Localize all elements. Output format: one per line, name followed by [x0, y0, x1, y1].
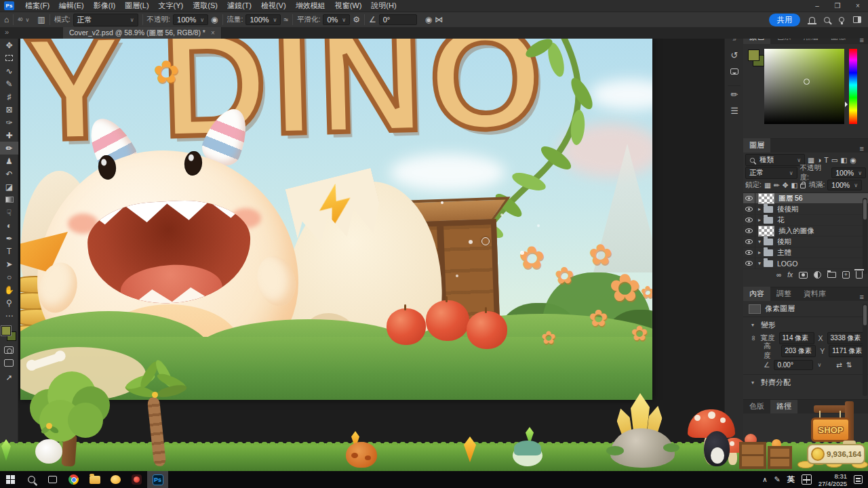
visibility-toggle[interactable] [743, 215, 755, 226]
eyedropper-tool[interactable]: ✑ [0, 116, 18, 129]
height-input[interactable]: 203 像素 [781, 345, 816, 357]
shape-tool[interactable]: ○ [0, 270, 18, 283]
scrollbar-thumb[interactable] [863, 199, 867, 220]
layer-filter-kind[interactable]: 種類 ∨ [745, 154, 805, 166]
overlay-crates[interactable] [739, 436, 793, 470]
tab-close-icon[interactable]: × [211, 29, 215, 37]
airbrush-toggle-icon[interactable]: ◉ [425, 15, 432, 24]
expand-icon[interactable]: ▸ [755, 206, 764, 212]
zoom-tool[interactable]: ⚲ [0, 296, 18, 309]
taskbar-photoshop[interactable]: Ps [147, 471, 168, 488]
lock-position-icon[interactable]: ✥ [783, 181, 789, 189]
menu-window[interactable]: 視窗(W) [330, 0, 367, 12]
new-group-icon[interactable] [827, 272, 836, 278]
airbrush-icon[interactable]: ≈ [283, 15, 288, 24]
more-tools[interactable]: ⋯ [0, 309, 18, 322]
panel-color-swatches[interactable] [748, 49, 766, 67]
hue-slider[interactable] [849, 49, 857, 124]
brush-panel-toggle-icon[interactable]: ▥ [33, 15, 49, 24]
lock-artboard-icon[interactable]: ◧ [791, 181, 797, 189]
visibility-toggle[interactable] [743, 193, 755, 204]
restore-button[interactable]: ❐ [827, 0, 848, 12]
layer-row[interactable]: 圖層 56 [743, 193, 868, 204]
comments-panel-icon[interactable] [725, 63, 744, 79]
taskbar-search-button[interactable] [21, 471, 42, 488]
expand-icon[interactable]: ▾ [755, 239, 764, 245]
document-tab[interactable]: Cover_v2.psd @ 58.9% (圖層 56, RGB/8) * × [63, 27, 222, 39]
hand-tool[interactable]: ✋ [0, 283, 18, 296]
overlay-palm-tree[interactable] [123, 371, 188, 468]
visibility-toggle[interactable] [743, 226, 755, 237]
quick-selection-tool[interactable]: ✎ [0, 77, 18, 90]
crop-tool[interactable]: ♯ [0, 90, 18, 103]
menu-type[interactable]: 文字(Y) [154, 0, 189, 12]
smoothing-gear-icon[interactable]: ⚙ [353, 15, 360, 24]
layer-fill-select[interactable]: 100%∨ [827, 180, 862, 190]
move-tool[interactable]: ✥ [0, 39, 18, 52]
layer-name[interactable]: 主體 [777, 248, 791, 258]
coin-counter[interactable]: 9,936,164 [807, 444, 865, 464]
overlay-pet-teal[interactable] [513, 441, 542, 466]
hue-slider-arrow[interactable] [845, 102, 850, 107]
layer-group-row[interactable]: ▸ 花 [743, 215, 868, 226]
type-tool[interactable]: T [0, 245, 18, 258]
layer-blend-mode-select[interactable]: 正常∨ [745, 167, 797, 179]
section-expand-icon[interactable]: ▾ [749, 380, 757, 386]
marquee-tool[interactable] [0, 52, 18, 64]
flow-select[interactable]: 100%∨ [245, 14, 281, 25]
color-picker-ring[interactable] [804, 79, 810, 85]
angle-select[interactable]: 0.00° [774, 360, 813, 370]
history-panel-icon[interactable]: ↺ [725, 47, 744, 63]
brush-settings-panel-icon[interactable]: ✏ [725, 86, 744, 102]
visibility-toggle[interactable] [743, 204, 755, 215]
layer-thumbnail[interactable] [758, 226, 774, 237]
adjustment-layer-icon[interactable] [814, 271, 821, 279]
layer-group-row[interactable]: ▾ LOGO [743, 258, 868, 269]
add-mask-icon[interactable] [799, 272, 808, 279]
pen-tool[interactable]: ✒ [0, 232, 18, 245]
menu-edit[interactable]: 編輯(E) [54, 0, 89, 12]
taskbar-recorder-app[interactable] [126, 471, 147, 488]
toolbar-collapse-icon[interactable]: » [5, 28, 9, 36]
menu-filter[interactable]: 濾鏡(T) [222, 0, 256, 12]
eraser-tool[interactable]: ◪ [0, 180, 18, 193]
color-swatches[interactable] [1, 326, 16, 341]
tray-expand-icon[interactable]: ∧ [762, 476, 767, 483]
brush-preset-picker[interactable]: 40 ∨ [14, 17, 33, 23]
expand-icon[interactable]: ▾ [755, 260, 764, 266]
start-button[interactable] [0, 471, 21, 488]
lasso-tool[interactable]: ∿ [0, 64, 18, 77]
menu-file[interactable]: 檔案(F) [20, 0, 54, 12]
smoothing-select[interactable]: 0%∨ [323, 14, 350, 25]
foreground-color-swatch[interactable] [1, 326, 11, 336]
dodge-tool[interactable]: ◐ [0, 219, 18, 232]
discover-icon[interactable] [839, 17, 844, 22]
ime-mode-icon[interactable] [802, 474, 812, 485]
visibility-toggle[interactable] [743, 247, 755, 258]
layer-name[interactable]: 後期 [777, 237, 791, 247]
menu-select[interactable]: 選取(S) [188, 0, 222, 12]
properties-scrollbar[interactable] [863, 304, 867, 396]
tab-properties[interactable]: 內容 [743, 287, 770, 301]
ime-language-indicator[interactable]: 英 [787, 474, 795, 485]
y-input[interactable]: 1171 像素 [829, 345, 866, 357]
layer-name[interactable]: 插入的圖像 [778, 226, 814, 236]
clone-stamp-tool[interactable]: ♟ [0, 155, 18, 167]
layer-group-row[interactable]: ▸ 後後期 [743, 204, 868, 215]
tab-libraries[interactable]: 資料庫 [797, 287, 832, 301]
workspace-switcher-icon[interactable] [853, 16, 861, 23]
search-icon[interactable] [824, 17, 830, 23]
healing-brush-tool[interactable]: ✚ [0, 129, 18, 142]
taskbar-chrome[interactable] [63, 471, 84, 488]
path-select-tool[interactable]: ➤ [0, 258, 18, 270]
expand-icon[interactable]: ▸ [755, 217, 764, 223]
action-center-icon[interactable] [854, 475, 863, 484]
flip-vertical-icon[interactable]: ⇅ [846, 361, 852, 369]
foreground-color-swatch[interactable] [748, 49, 760, 61]
section-expand-icon[interactable]: ▾ [749, 322, 757, 328]
panel-menu-icon[interactable]: ≡ [856, 293, 868, 301]
width-input[interactable]: 114 像素 [779, 332, 814, 344]
pressure-opacity-icon[interactable]: ◉ [211, 15, 218, 24]
overlay-crystal-rock[interactable] [610, 393, 675, 469]
home-icon[interactable]: ⌂ [0, 15, 13, 24]
